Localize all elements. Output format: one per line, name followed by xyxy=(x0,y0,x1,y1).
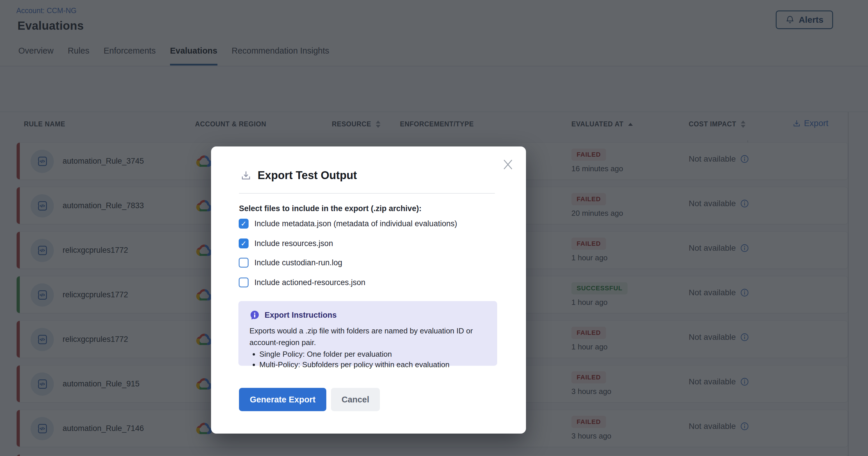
evaluations-page: Account: CCM-NG Evaluations Alerts Overv… xyxy=(0,0,868,456)
checkbox-label: Include resources.json xyxy=(254,239,333,248)
checkbox-label: Include actioned-resources.json xyxy=(254,278,365,287)
instructions-bullet: Multi-Policy: Subfolders per policy with… xyxy=(259,359,486,370)
checkbox-label: Include custodian-run.log xyxy=(254,258,342,267)
checkbox-include-resources[interactable]: Include resources.json xyxy=(239,239,333,248)
file-select-label: Select files to include in the export (.… xyxy=(239,204,422,213)
checkbox-box[interactable] xyxy=(239,258,249,268)
checkbox-box[interactable] xyxy=(239,277,249,287)
instructions-title: Export Instructions xyxy=(265,311,337,320)
checkbox-include-actioned-resources[interactable]: Include actioned-resources.json xyxy=(239,277,365,287)
generate-export-button[interactable]: Generate Export xyxy=(239,388,326,411)
modal-title: Export Test Output xyxy=(258,169,357,182)
close-icon[interactable] xyxy=(501,158,514,171)
instructions-bullet: Single Policy: One folder per evaluation xyxy=(259,349,486,359)
checkbox-box[interactable] xyxy=(239,219,249,229)
checkbox-include-metadata[interactable]: Include metadata.json (metadata of indiv… xyxy=(239,219,457,229)
modal-divider xyxy=(239,193,495,194)
export-modal: Export Test Output Select files to inclu… xyxy=(211,147,526,433)
checkbox-label: Include metadata.json (metadata of indiv… xyxy=(254,219,457,228)
checkbox-box[interactable] xyxy=(239,239,249,248)
instructions-body: Exports would a .zip file with folders a… xyxy=(249,325,485,348)
export-instructions-box: Export Instructions Exports would a .zip… xyxy=(238,301,497,366)
info-bubble-icon xyxy=(249,310,260,320)
instructions-bullets: Single Policy: One folder per evaluation… xyxy=(259,349,486,370)
download-icon xyxy=(240,170,252,181)
checkbox-include-custodian-run-log[interactable]: Include custodian-run.log xyxy=(239,258,342,268)
cancel-button[interactable]: Cancel xyxy=(331,388,380,411)
